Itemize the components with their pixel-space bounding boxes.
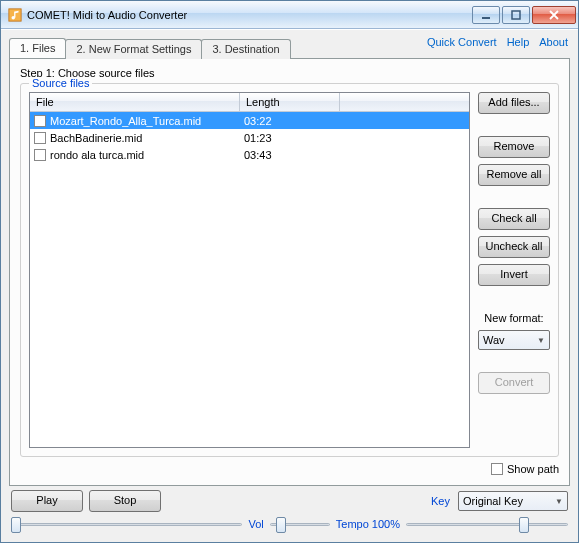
file-list-body: Mozart_Rondo_Alla_Turca.mid03:22BachBadi…	[30, 112, 469, 447]
stop-button[interactable]: Stop	[89, 490, 161, 512]
file-length: 03:43	[238, 149, 338, 161]
svg-rect-3	[482, 17, 490, 19]
file-name: BachBadinerie.mid	[50, 132, 238, 144]
file-list-header: File Length	[30, 93, 469, 112]
tab-strip: 1. Files 2. New Format Settings 3. Desti…	[9, 38, 570, 58]
key-label: Key	[431, 495, 450, 507]
new-format-label: New format:	[478, 312, 550, 324]
tab-destination[interactable]: 3. Destination	[201, 39, 290, 59]
table-row[interactable]: Mozart_Rondo_Alla_Turca.mid03:22	[30, 112, 469, 129]
volume-slider[interactable]	[270, 514, 330, 534]
new-format-value: Wav	[483, 334, 505, 346]
row-checkbox[interactable]	[34, 115, 46, 127]
add-files-button[interactable]: Add files...	[478, 92, 550, 114]
table-row[interactable]: BachBadinerie.mid01:23	[30, 129, 469, 146]
chevron-down-icon: ▼	[555, 497, 563, 506]
tab-files[interactable]: 1. Files	[9, 38, 66, 58]
uncheck-all-button[interactable]: Uncheck all	[478, 236, 550, 258]
source-files-group: Source files File Length Mozart_Rondo_Al…	[20, 83, 559, 457]
step-label: Step 1: Choose source files	[20, 67, 559, 79]
window-controls	[470, 6, 576, 24]
invert-button[interactable]: Invert	[478, 264, 550, 286]
file-name: Mozart_Rondo_Alla_Turca.mid	[50, 115, 238, 127]
key-value: Original Key	[463, 495, 523, 507]
slider-thumb[interactable]	[11, 517, 21, 533]
vol-label: Vol	[248, 518, 263, 530]
slider-thumb[interactable]	[519, 517, 529, 533]
minimize-button[interactable]	[472, 6, 500, 24]
row-checkbox[interactable]	[34, 149, 46, 161]
maximize-button[interactable]	[502, 6, 530, 24]
remove-button[interactable]: Remove	[478, 136, 550, 158]
play-button[interactable]: Play	[11, 490, 83, 512]
file-length: 01:23	[238, 132, 338, 144]
content-area: Quick Convert Help About 1. Files 2. New…	[1, 29, 578, 542]
column-file[interactable]: File	[30, 93, 240, 111]
tab-format-settings[interactable]: 2. New Format Settings	[65, 39, 202, 59]
position-slider[interactable]	[11, 514, 242, 534]
show-path-checkbox[interactable]	[491, 463, 503, 475]
tempo-slider[interactable]	[406, 514, 568, 534]
file-list[interactable]: File Length Mozart_Rondo_Alla_Turca.mid0…	[29, 92, 470, 448]
check-all-button[interactable]: Check all	[478, 208, 550, 230]
convert-button[interactable]: Convert	[478, 372, 550, 394]
key-select[interactable]: Original Key ▼	[458, 491, 568, 511]
tab-body: Step 1: Choose source files Source files…	[9, 58, 570, 486]
titlebar[interactable]: COMET! Midi to Audio Converter	[1, 1, 578, 29]
close-button[interactable]	[532, 6, 576, 24]
table-row[interactable]: rondo ala turca.mid03:43	[30, 146, 469, 163]
fieldset-label: Source files	[29, 77, 92, 89]
new-format-select[interactable]: Wav ▼	[478, 330, 550, 350]
slider-thumb[interactable]	[276, 517, 286, 533]
show-path-label: Show path	[507, 463, 559, 475]
app-window: COMET! Midi to Audio Converter Quick Con…	[0, 0, 579, 543]
sliders-row: Vol Tempo 100%	[9, 514, 570, 536]
file-name: rondo ala turca.mid	[50, 149, 238, 161]
tempo-label: Tempo 100%	[336, 518, 400, 530]
app-icon	[7, 7, 23, 23]
row-checkbox[interactable]	[34, 132, 46, 144]
svg-rect-4	[512, 11, 520, 19]
chevron-down-icon: ▼	[537, 336, 545, 345]
window-title: COMET! Midi to Audio Converter	[27, 9, 470, 21]
sidebar-buttons: Add files... Remove Remove all Check all…	[478, 92, 550, 448]
column-length[interactable]: Length	[240, 93, 340, 111]
playback-bar: Play Stop Key Original Key ▼	[9, 486, 570, 512]
file-length: 03:22	[238, 115, 338, 127]
remove-all-button[interactable]: Remove all	[478, 164, 550, 186]
show-path-row: Show path	[20, 463, 559, 475]
